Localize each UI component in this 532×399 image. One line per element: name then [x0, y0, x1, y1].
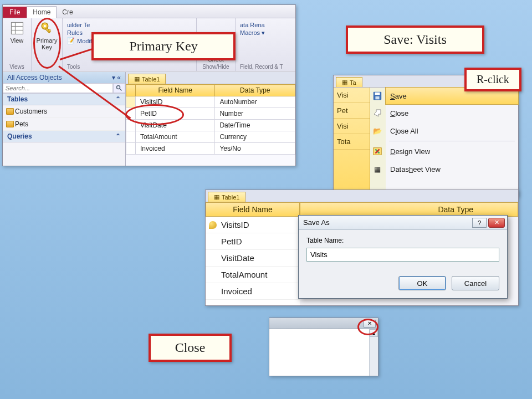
row-visitsid[interactable]: VisitsID: [206, 217, 300, 233]
close-all-icon: 📂: [371, 125, 383, 137]
table-icon: ▦: [134, 75, 140, 83]
save-as-dialog: Save As ? ✕ Table Name: OK Cancel: [298, 215, 508, 299]
svg-rect-11: [375, 93, 380, 95]
document-tab-table1-c[interactable]: ▦ Table1: [208, 192, 245, 202]
nav-header[interactable]: All Access Objects▾ «: [3, 72, 125, 83]
save-icon: [371, 90, 383, 102]
design-view-icon: [371, 145, 383, 157]
cancel-button[interactable]: Cancel: [452, 276, 499, 290]
group-showhide: Show/Hide: [202, 64, 229, 70]
table-icon: ▦: [214, 193, 219, 201]
ctx-datasheet-view[interactable]: ▦ Datasheet View: [386, 160, 518, 178]
scroll-up-button[interactable]: ▲: [370, 329, 378, 337]
dialog-close-button[interactable]: ✕: [488, 218, 505, 228]
nav-section-tables[interactable]: Tables⌃: [3, 94, 125, 105]
callout-save-visits: Save: Visits: [346, 25, 484, 54]
ctx-close[interactable]: Close: [386, 104, 518, 122]
rename-label: ata Rena: [240, 22, 265, 28]
svg-point-5: [43, 25, 45, 27]
design-area: ▦ Table1 Field Name Data Type VisitsIDAu…: [126, 72, 295, 166]
search-icon: [116, 85, 122, 91]
cell-type[interactable]: Yes/No: [215, 143, 295, 155]
svg-point-8: [117, 86, 120, 89]
nav-item-pets[interactable]: Pets: [3, 118, 125, 131]
table-name-input[interactable]: [306, 248, 499, 262]
partial-field-list: Visi Pet Visi Tota: [334, 88, 370, 196]
dialog-title: Save As: [303, 218, 330, 227]
callout-close: Close: [149, 334, 232, 362]
row-visitdate[interactable]: VisitDate: [206, 250, 300, 267]
field-list-c: Field Name VisitsID PetID VisitDate Tota…: [206, 202, 300, 305]
col-data-type: Data Type: [215, 85, 295, 96]
window-close-button[interactable]: ✕: [364, 320, 376, 328]
builder-button[interactable]: uilder Te: [67, 22, 120, 28]
row-invoiced[interactable]: Invoiced: [206, 283, 300, 300]
nav-item-customers[interactable]: Customers: [3, 105, 125, 118]
datasheet-icon: ▦: [371, 163, 383, 175]
cell-type[interactable]: Date/Time: [215, 120, 295, 131]
cell-field[interactable]: VisitDate: [136, 120, 215, 131]
macros-button[interactable]: Macros ▾: [240, 29, 265, 37]
cell-type[interactable]: AutoNumber: [215, 96, 295, 108]
row-petid[interactable]: PetID: [206, 233, 300, 250]
close-icon: [371, 107, 383, 119]
group-tools: Tools: [67, 64, 80, 70]
ctx-close-all[interactable]: 📂 Close All: [386, 122, 518, 140]
table-name-label: Table Name:: [306, 237, 499, 244]
svg-rect-12: [375, 96, 379, 99]
table-icon: ▦: [342, 79, 347, 86]
context-menu-snippet: ▦ Ta Visi Pet Visi Tota Save Close 📂 Clo…: [333, 75, 519, 197]
primary-key-label: Primary Key: [37, 37, 58, 50]
cell-field[interactable]: Invoiced: [136, 143, 215, 155]
scrollbar[interactable]: ▲: [369, 329, 378, 376]
col-field-name-c: Field Name: [206, 202, 300, 217]
navigation-pane: All Access Objects▾ « Tables⌃ Customers …: [3, 72, 126, 166]
context-menu: Save Close 📂 Close All Design View ▦ Dat…: [370, 88, 518, 196]
group-views: Views: [9, 64, 24, 70]
close-window-snippet: ✕ ▲: [269, 318, 378, 376]
col-field-name: Field Name: [136, 85, 215, 96]
svg-line-9: [120, 89, 122, 91]
ribbon-tabs: File Home Cre: [3, 5, 295, 18]
row-totalamount[interactable]: TotalAmount: [206, 267, 300, 283]
view-label: View: [11, 37, 24, 44]
help-button[interactable]: ?: [472, 218, 487, 228]
design-grid: Field Name Data Type VisitsIDAutoNumber …: [126, 84, 295, 155]
nav-section-queries[interactable]: Queries⌃: [3, 131, 125, 142]
search-input[interactable]: [3, 83, 113, 93]
cell-field[interactable]: PetID: [136, 108, 215, 120]
callout-r-click: R-click: [464, 68, 521, 91]
cell-type[interactable]: Number: [215, 108, 295, 120]
document-tab[interactable]: ▦ Ta: [336, 77, 362, 87]
access-main-window: File Home Cre View Views Primary Key u: [2, 4, 296, 166]
grid-icon: [9, 21, 25, 36]
tab-create[interactable]: Cre: [57, 7, 78, 18]
tab-home[interactable]: Home: [27, 6, 57, 18]
callout-primary-key: Primary Key: [91, 32, 236, 60]
ctx-save-rest: ave: [395, 92, 407, 100]
key-icon: [39, 21, 55, 36]
view-button[interactable]: View: [4, 21, 30, 44]
primary-key-button[interactable]: Primary Key: [34, 21, 60, 50]
document-tab-table1[interactable]: ▦ Table1: [128, 74, 166, 84]
svg-rect-0: [11, 23, 23, 34]
chevron-down-icon: ▾ «: [112, 74, 121, 81]
ctx-design-view[interactable]: Design View: [386, 142, 518, 160]
cell-field[interactable]: TotalAmount: [136, 131, 215, 143]
group-fieldrecord: Field, Record & T: [240, 64, 283, 70]
cell-field[interactable]: VisitsID: [136, 96, 215, 108]
cell-type[interactable]: Currency: [215, 131, 295, 143]
tab-file[interactable]: File: [3, 7, 27, 18]
ok-button[interactable]: OK: [398, 276, 446, 290]
search-button[interactable]: [113, 83, 125, 93]
